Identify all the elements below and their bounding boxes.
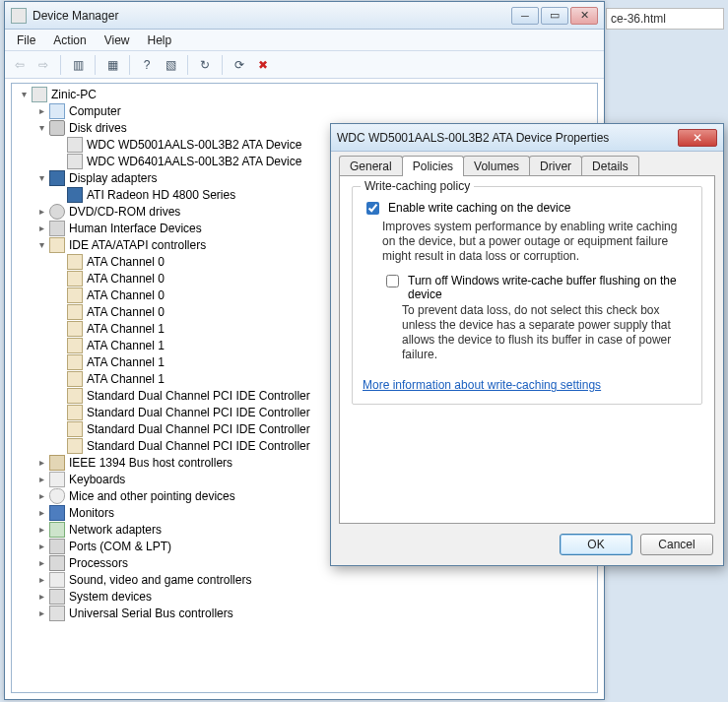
device-icon	[67, 321, 83, 337]
tab-driver[interactable]: Driver	[529, 156, 582, 176]
tree-node[interactable]: ▸Sound, video and game controllers	[33, 571, 597, 588]
titlebar[interactable]: Device Manager ─ ▭ ✕	[5, 2, 604, 30]
expand-icon[interactable]: ▸	[35, 490, 47, 502]
collapse-icon[interactable]: ▾	[18, 89, 30, 100]
turn-off-buffer-flushing-label: Turn off Windows write-cache buffer flus…	[408, 274, 692, 301]
expander-placeholder	[53, 407, 65, 418]
collapse-icon[interactable]: ▾	[35, 239, 47, 251]
collapse-icon[interactable]: ▾	[35, 172, 47, 184]
tb-forward-icon[interactable]: ⇨	[33, 54, 54, 76]
menu-help[interactable]: Help	[140, 32, 180, 49]
tree-node[interactable]: ▸System devices	[33, 588, 597, 605]
expand-icon[interactable]: ▸	[35, 607, 47, 619]
tree-node-label: Disk drives	[69, 121, 127, 135]
tree-node-label: DVD/CD-ROM drives	[69, 205, 180, 219]
device-icon	[49, 120, 65, 136]
tab-volumes[interactable]: Volumes	[463, 156, 530, 176]
turn-off-buffer-flushing-row[interactable]: Turn off Windows write-cache buffer flus…	[382, 274, 692, 301]
menu-bar: File Action View Help	[5, 30, 604, 51]
tb-separator	[187, 55, 188, 75]
expander-placeholder	[53, 440, 65, 452]
tb-back-icon[interactable]: ⇦	[9, 54, 31, 76]
device-icon	[67, 287, 83, 303]
minimize-button[interactable]: ─	[511, 7, 539, 25]
enable-write-caching-desc: Improves system performance by enabling …	[382, 220, 692, 264]
tab-general[interactable]: General	[339, 156, 403, 176]
more-info-link[interactable]: More information about write-caching set…	[363, 378, 601, 392]
tabs-row: GeneralPoliciesVolumesDriverDetails	[331, 152, 723, 175]
tree-node-label: Display adapters	[69, 171, 157, 185]
ok-button[interactable]: OK	[560, 534, 632, 555]
tb-up-level-icon[interactable]: ▥	[67, 54, 89, 76]
expander-placeholder	[53, 340, 65, 351]
expand-icon[interactable]: ▸	[35, 474, 47, 485]
tree-node-label: ATA Channel 1	[87, 339, 165, 352]
enable-write-caching-label: Enable write caching on the device	[388, 201, 570, 215]
tree-node-label: ATI Radeon HD 4800 Series	[87, 188, 235, 202]
device-icon	[67, 254, 83, 270]
tree-node[interactable]: ▸Universal Serial Bus controllers	[33, 605, 597, 621]
expand-icon[interactable]: ▸	[35, 223, 47, 234]
expander-placeholder	[53, 306, 65, 318]
enable-write-caching-checkbox[interactable]	[366, 202, 379, 215]
tab-policies[interactable]: Policies	[402, 156, 464, 176]
device-icon	[67, 271, 83, 287]
dialog-titlebar[interactable]: WDC WD5001AALS-00L3B2 ATA Device Propert…	[331, 124, 723, 152]
tb-uninstall-icon[interactable]: ✖	[252, 54, 274, 76]
expander-placeholder	[53, 139, 65, 151]
tree-node-label: ATA Channel 1	[87, 322, 165, 336]
expand-icon[interactable]: ▸	[35, 507, 47, 519]
tb-update-driver-icon[interactable]: ⟳	[229, 54, 250, 76]
expand-icon[interactable]: ▸	[35, 206, 47, 218]
device-icon	[49, 539, 65, 554]
menu-file[interactable]: File	[9, 32, 43, 49]
device-icon	[49, 555, 65, 571]
expand-icon[interactable]: ▸	[35, 541, 47, 552]
device-icon	[49, 204, 65, 220]
tb-help-icon[interactable]: ?	[136, 54, 158, 76]
tree-node-label: ATA Channel 0	[87, 255, 165, 269]
expander-placeholder	[53, 323, 65, 335]
expand-icon[interactable]: ▸	[35, 591, 47, 603]
address-text: ce-36.html	[611, 12, 666, 26]
tree-node[interactable]: ▸Computer	[33, 102, 597, 119]
device-icon	[49, 237, 65, 253]
tree-node-label: WDC WD5001AALS-00L3B2 ATA Device	[87, 138, 301, 152]
tree-node-label: Human Interface Devices	[69, 222, 202, 235]
dialog-title: WDC WD5001AALS-00L3B2 ATA Device Propert…	[337, 131, 678, 145]
expand-icon[interactable]: ▸	[35, 574, 47, 586]
cancel-button[interactable]: Cancel	[640, 534, 713, 555]
turn-off-buffer-flushing-checkbox[interactable]	[386, 275, 399, 287]
tree-node[interactable]: ▾Zinic-PC	[16, 86, 597, 102]
tree-node-label: Mice and other pointing devices	[69, 489, 235, 503]
device-icon	[32, 87, 47, 102]
maximize-button[interactable]: ▭	[541, 7, 568, 25]
tree-node-label: ATA Channel 0	[87, 288, 165, 302]
enable-write-caching-row[interactable]: Enable write caching on the device	[363, 201, 692, 218]
tree-node-label: System devices	[69, 590, 152, 604]
tb-properties-icon[interactable]: ▦	[101, 54, 123, 76]
device-properties-dialog: WDC WD5001AALS-00L3B2 ATA Device Propert…	[330, 123, 724, 566]
tab-details[interactable]: Details	[581, 156, 639, 176]
expander-placeholder	[53, 423, 65, 435]
expand-icon[interactable]: ▸	[35, 457, 47, 469]
expander-placeholder	[53, 273, 65, 285]
tree-node-label: Zinic-PC	[51, 88, 97, 101]
menu-view[interactable]: View	[97, 32, 138, 49]
tb-scan-hardware-icon[interactable]: ↻	[194, 54, 216, 76]
close-button[interactable]: ✕	[570, 7, 598, 25]
turn-off-buffer-flushing-desc: To prevent data loss, do not select this…	[402, 303, 692, 362]
expand-icon[interactable]: ▸	[35, 105, 47, 117]
dialog-close-button[interactable]: ✕	[678, 129, 717, 147]
menu-action[interactable]: Action	[45, 32, 94, 49]
tree-node-label: ATA Channel 1	[87, 355, 165, 369]
tb-show-hidden-icon[interactable]: ▧	[160, 54, 181, 76]
device-icon	[67, 438, 83, 454]
collapse-icon[interactable]: ▾	[35, 122, 47, 134]
expander-placeholder	[53, 356, 65, 368]
device-icon	[67, 421, 83, 437]
tb-separator	[95, 55, 96, 75]
background-address-fragment: ce-36.html	[606, 8, 724, 30]
expand-icon[interactable]: ▸	[35, 557, 47, 569]
expand-icon[interactable]: ▸	[35, 524, 47, 536]
